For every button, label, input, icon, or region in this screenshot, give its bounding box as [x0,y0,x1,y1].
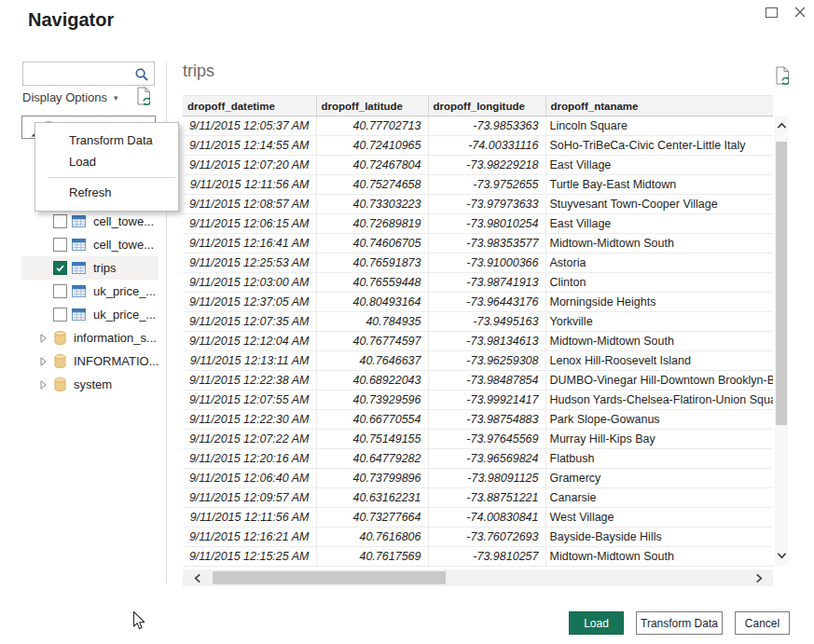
cell-dropoff-datetime: 9/11/2015 12:16:21 AM [183,528,316,547]
tree-item-label: uk_price_... [93,284,156,298]
refresh-preview-icon[interactable] [775,66,791,85]
tree-item[interactable]: uk_price_... [21,280,159,303]
cell-dropoff-ntaname: West Village [545,508,773,528]
checkbox[interactable] [53,238,67,252]
column-header[interactable]: dropoff_datetime [183,96,316,116]
expand-arrow-icon[interactable] [38,333,48,344]
cell-dropoff-ntaname: Gramercy [545,469,773,488]
database-icon [54,377,66,391]
search-icon[interactable] [134,67,149,82]
table-row: 9/11/2015 12:14:55 AM 40.72410965 -74.00… [183,136,773,156]
cell-dropoff-latitude: 40.73799896 [316,469,428,488]
tree-item[interactable]: cell_towe... [21,210,159,233]
table-header-row: dropoff_datetimedropoff_latitudedropoff_… [183,96,773,116]
cell-dropoff-ntaname: Flatbush [545,449,773,469]
cell-dropoff-latitude: 40.75274658 [316,175,428,195]
tree-item[interactable]: cell_towe... [21,233,159,256]
cell-dropoff-latitude: 40.80493164 [316,293,428,312]
table-row: 9/11/2015 12:16:41 AM 40.74606705 -73.98… [183,234,773,253]
column-header[interactable]: dropoff_latitude [316,96,428,116]
table-row: 9/11/2015 12:11:56 AM 40.75274658 -73.97… [183,175,773,195]
table-icon [72,285,86,297]
cell-dropoff-longitude: -73.97973633 [428,195,545,214]
cell-dropoff-datetime: 9/11/2015 12:08:57 AM [183,195,316,214]
cell-dropoff-latitude: 40.77702713 [316,116,428,136]
cell-dropoff-longitude: -73.9495163 [428,312,545,332]
cell-dropoff-datetime: 9/11/2015 12:13:11 AM [183,351,316,371]
tree-item[interactable]: uk_price_... [21,303,159,326]
horizontal-scroll-thumb[interactable] [213,571,446,584]
cell-dropoff-ntaname: Stuyvesant Town-Cooper Village [545,195,773,214]
cell-dropoff-datetime: 9/11/2015 12:20:16 AM [183,449,316,469]
checkbox[interactable] [53,214,67,228]
cell-dropoff-ntaname: Midtown-Midtown South [545,332,773,351]
cell-dropoff-longitude: -73.99921417 [428,391,545,410]
checkbox[interactable] [53,284,67,298]
cell-dropoff-datetime: 9/11/2015 12:11:56 AM [183,175,316,195]
column-header[interactable]: dropoff_ntaname [545,96,773,116]
checkbox[interactable] [53,261,67,275]
vertical-scroll-thumb[interactable] [776,142,787,425]
table-row: 9/11/2015 12:07:55 AM 40.73929596 -73.99… [183,391,773,410]
data-preview-table: dropoff_datetimedropoff_latitudedropoff_… [183,95,773,567]
search-input[interactable] [27,64,131,83]
tree-item[interactable]: system [21,373,159,396]
expand-arrow-icon[interactable] [38,379,48,391]
table-icon [72,215,86,227]
table-row: 9/11/2015 12:11:56 AM 40.73277664 -74.00… [183,508,773,528]
database-icon [54,331,66,345]
table-row: 9/11/2015 12:12:04 AM 40.76774597 -73.98… [183,332,773,351]
table-row: 9/11/2015 12:07:35 AM 40.784935 -73.9495… [183,312,773,332]
table-row: 9/11/2015 12:20:16 AM 40.64779282 -73.96… [183,449,773,469]
cell-dropoff-ntaname: SoHo-TriBeCa-Civic Center-Little Italy [545,136,773,156]
tree-item[interactable]: INFORMATIO... [21,349,159,373]
cell-dropoff-latitude: 40.75149155 [316,430,428,449]
horizontal-scrollbar[interactable] [183,569,773,586]
tree-item-label: cell_towe... [93,238,154,252]
refresh-list-icon[interactable] [136,87,152,105]
checkbox[interactable] [53,308,67,322]
cell-dropoff-ntaname: Bayside-Bayside Hills [545,528,773,547]
cell-dropoff-ntaname: Turtle Bay-East Midtown [545,175,773,195]
cell-dropoff-ntaname: East Village [545,214,773,234]
tree-item[interactable]: trips [21,256,159,280]
load-button[interactable]: Load [569,611,624,635]
cell-dropoff-latitude: 40.784935 [316,312,428,332]
context-menu-item[interactable]: Transform Data [35,130,178,151]
cell-dropoff-longitude: -73.96443176 [428,293,545,312]
cancel-button[interactable]: Cancel [735,611,790,635]
table-row: 9/11/2015 12:37:05 AM 40.80493164 -73.96… [183,293,773,312]
maximize-button[interactable] [763,4,780,21]
context-menu-item[interactable]: Load [35,151,178,172]
tree-item-label: cell_towe... [93,214,154,228]
context-menu-item[interactable]: Refresh [35,182,178,203]
scroll-up-icon[interactable] [775,118,788,131]
cell-dropoff-latitude: 40.73303223 [316,195,428,214]
chevron-down-icon: ▾ [114,93,118,103]
tree-item-label: INFORMATIO... [74,354,159,368]
table-row: 9/11/2015 12:07:22 AM 40.75149155 -73.97… [183,430,773,449]
cell-dropoff-ntaname: Murray Hill-Kips Bay [545,430,773,449]
cell-dropoff-longitude: -73.9752655 [428,175,545,195]
tree-item[interactable]: information_s... [21,326,159,349]
vertical-scrollbar[interactable] [775,116,788,566]
column-header[interactable]: dropoff_longitude [428,96,545,116]
cell-dropoff-ntaname: Clinton [545,273,773,293]
cell-dropoff-longitude: -74.00830841 [428,508,545,528]
cell-dropoff-longitude: -73.88751221 [428,488,545,508]
scroll-down-icon[interactable] [775,549,788,562]
scroll-left-icon[interactable] [190,571,203,584]
transform-data-button[interactable]: Transform Data [636,611,723,635]
cell-dropoff-datetime: 9/11/2015 12:03:00 AM [183,273,316,293]
cell-dropoff-datetime: 9/11/2015 12:05:37 AM [183,116,316,136]
tree-item-label: uk_price_... [93,308,156,322]
close-button[interactable] [792,4,808,21]
display-options-dropdown[interactable]: Display Options ▾ [22,90,118,104]
cell-dropoff-datetime: 9/11/2015 12:07:22 AM [183,430,316,449]
scroll-right-icon[interactable] [752,571,766,584]
expand-arrow-icon[interactable] [38,356,48,367]
cell-dropoff-ntaname: DUMBO-Vinegar Hill-Downtown Brooklyn-Boe… [545,371,773,391]
mouse-cursor [132,610,146,632]
context-menu: Transform Data Load Refresh [34,122,179,212]
dialog-title: Navigator [28,9,114,31]
